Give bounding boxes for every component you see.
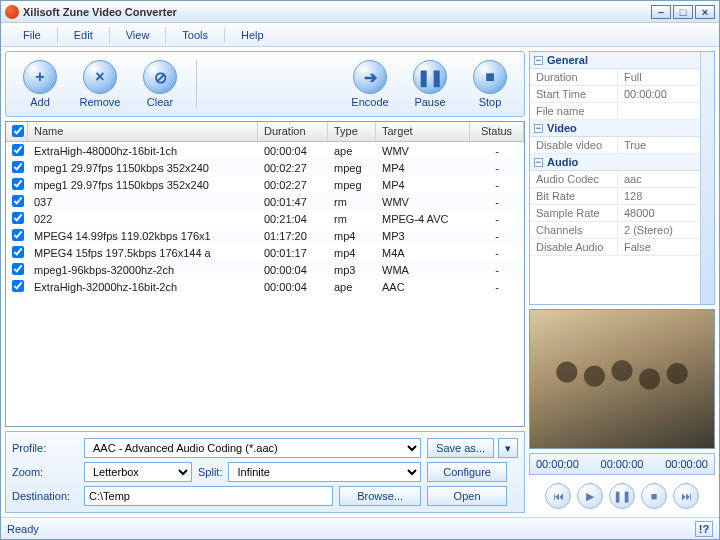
save-as-menu-button[interactable]: ▾ [498,438,518,458]
table-row[interactable]: ExtraHigh-48000hz-16bit-1ch00:00:04apeWM… [6,142,524,159]
prop-row[interactable]: Disable videoTrue [530,137,714,154]
time-current: 00:00:00 [601,458,644,470]
table-row[interactable]: mpeg1-96kbps-32000hz-2ch00:00:04mp3WMA- [6,261,524,278]
preview-pane [529,309,715,449]
titlebar: Xilisoft Zune Video Converter – □ × [1,1,719,23]
row-checkbox[interactable] [12,195,24,207]
status-text: Ready [7,523,39,535]
close-button[interactable]: × [695,5,715,19]
menu-file[interactable]: File [9,26,55,44]
table-row[interactable]: MPEG4 15fps 197.5kbps 176x144 a00:01:17m… [6,244,524,261]
prop-row[interactable]: Audio Codecaac [530,171,714,188]
maximize-button[interactable]: □ [673,5,693,19]
table-row[interactable]: mpeg1 29.97fps 1150kbps 352x24000:02:27m… [6,159,524,176]
properties-panel: −GeneralDurationFullStart Time00:00:00Fi… [529,51,715,305]
menubar: File Edit View Tools Help [1,23,719,47]
prop-row[interactable]: File name [530,103,714,120]
file-list: Name Duration Type Target Status ExtraHi… [5,121,525,427]
open-button[interactable]: Open [427,486,507,506]
remove-button[interactable]: ×Remove [72,60,128,108]
table-row[interactable]: 02200:21:04rmMPEG-4 AVC- [6,210,524,227]
prop-row[interactable]: Disable AudioFalse [530,239,714,256]
play-button[interactable]: ▶ [577,483,603,509]
collapse-icon: − [534,56,543,65]
row-checkbox[interactable] [12,280,24,292]
prop-group-general[interactable]: −General [530,52,714,69]
next-button[interactable]: ⏭ [673,483,699,509]
timeline[interactable]: 00:00:00 00:00:00 00:00:00 [529,453,715,475]
stop-button[interactable]: ■ [641,483,667,509]
help-button[interactable]: !? [695,521,713,537]
pause-button[interactable]: ❚❚Pause [402,60,458,108]
zoom-select[interactable]: Letterbox [84,462,192,482]
playback-controls: ⏮▶❚❚■⏭ [529,479,715,513]
app-window: Xilisoft Zune Video Converter – □ × File… [0,0,720,540]
row-checkbox[interactable] [12,178,24,190]
table-row[interactable]: mpeg1 29.97fps 1150kbps 352x24000:02:27m… [6,176,524,193]
split-select[interactable]: Infinite [228,462,421,482]
save-as-button[interactable]: Save as... [427,438,494,458]
prop-row[interactable]: Bit Rate128 [530,188,714,205]
browse-button[interactable]: Browse... [339,486,421,506]
table-row[interactable]: ExtraHigh-32000hz-16bit-2ch00:00:04apeAA… [6,278,524,295]
menu-tools[interactable]: Tools [168,26,222,44]
prop-group-video[interactable]: −Video [530,120,714,137]
remove-icon: × [83,60,117,94]
encode-button[interactable]: ➔Encode [342,60,398,108]
menu-edit[interactable]: Edit [60,26,107,44]
row-checkbox[interactable] [12,229,24,241]
collapse-icon: − [534,158,543,167]
stop-icon: ■ [473,60,507,94]
menu-view[interactable]: View [112,26,164,44]
split-label: Split: [198,466,222,478]
row-checkbox[interactable] [12,161,24,173]
stop-button[interactable]: ■Stop [462,60,518,108]
statusbar: Ready !? [1,517,719,539]
pause-icon: ❚❚ [413,60,447,94]
profile-select[interactable]: AAC - Advanced Audio Coding (*.aac) [84,438,421,458]
bottom-panel: Profile: AAC - Advanced Audio Coding (*.… [5,431,525,513]
select-all-checkbox[interactable] [12,125,24,137]
col-name[interactable]: Name [28,122,258,141]
clear-icon: ⊘ [143,60,177,94]
row-checkbox[interactable] [12,246,24,258]
col-duration[interactable]: Duration [258,122,328,141]
col-type[interactable]: Type [328,122,376,141]
profile-label: Profile: [12,442,78,454]
prop-row[interactable]: Channels2 (Stereo) [530,222,714,239]
col-target[interactable]: Target [376,122,470,141]
prop-group-audio[interactable]: −Audio [530,154,714,171]
props-scrollbar[interactable] [700,52,714,304]
prop-row[interactable]: DurationFull [530,69,714,86]
list-header: Name Duration Type Target Status [6,122,524,142]
row-checkbox[interactable] [12,144,24,156]
collapse-icon: − [534,124,543,133]
menu-help[interactable]: Help [227,26,278,44]
toolbar: +Add×Remove⊘Clear➔Encode❚❚Pause■Stop [5,51,525,117]
clear-button[interactable]: ⊘Clear [132,60,188,108]
add-icon: + [23,60,57,94]
prop-row[interactable]: Start Time00:00:00 [530,86,714,103]
zoom-label: Zoom: [12,466,78,478]
add-button[interactable]: +Add [12,60,68,108]
app-title: Xilisoft Zune Video Converter [23,6,651,18]
prev-button[interactable]: ⏮ [545,483,571,509]
destination-label: Destination: [12,490,78,502]
row-checkbox[interactable] [12,212,24,224]
configure-button[interactable]: Configure [427,462,507,482]
table-row[interactable]: 03700:01:47rmWMV- [6,193,524,210]
minimize-button[interactable]: – [651,5,671,19]
encode-icon: ➔ [353,60,387,94]
app-icon [5,5,19,19]
time-start: 00:00:00 [536,458,579,470]
col-status[interactable]: Status [470,122,524,141]
row-checkbox[interactable] [12,263,24,275]
prop-row[interactable]: Sample Rate48000 [530,205,714,222]
time-end: 00:00:00 [665,458,708,470]
table-row[interactable]: MPEG4 14.99fps 119.02kbps 176x101:17:20m… [6,227,524,244]
destination-input[interactable] [84,486,333,506]
pause-button[interactable]: ❚❚ [609,483,635,509]
